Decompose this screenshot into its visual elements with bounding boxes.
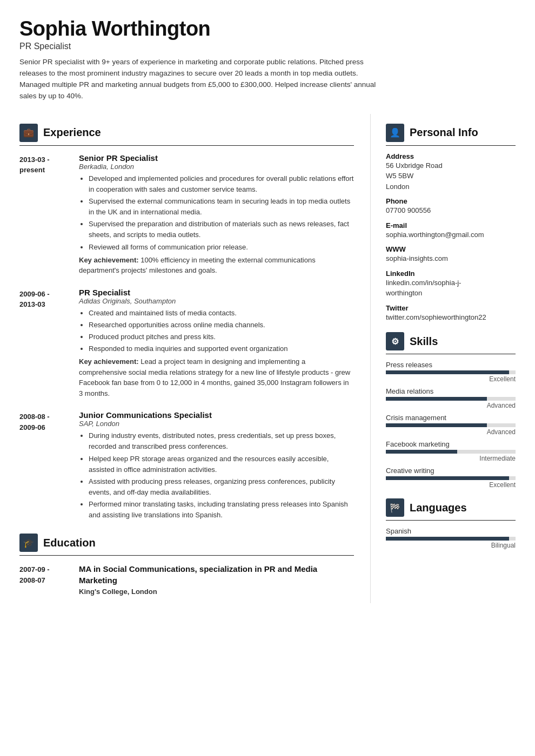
- bullet: During industry events, distributed note…: [89, 430, 354, 452]
- skill-item-3: Facebook marketing Intermediate: [386, 440, 516, 462]
- candidate-summary: Senior PR specialist with 9+ years of ex…: [19, 57, 376, 102]
- bullet: Researched opportunities across online m…: [89, 320, 354, 330]
- bullet: Responded to media inquiries and support…: [89, 343, 354, 354]
- lang-fill-0: [386, 537, 509, 541]
- exp-entry-3: 2008-08 - 2009-06 Junior Communications …: [19, 410, 354, 522]
- skill-fill-4: [386, 476, 509, 480]
- bullet: Supervised the external communications t…: [89, 196, 354, 218]
- exp-content-2: PR Specialist Adidas Originals, Southamp…: [79, 288, 354, 399]
- experience-section-title: 💼 Experience: [19, 124, 354, 142]
- candidate-title: PR Specialist: [19, 42, 516, 51]
- edu-content-1: MA in Social Communications, specializat…: [79, 563, 354, 596]
- linkedin-value: linkedin.com/in/sophia-j-worthington: [386, 278, 516, 299]
- edu-dates-1: 2007-09 - 2008-07: [19, 563, 79, 596]
- skills-icon: ⚙: [386, 332, 404, 350]
- bullet: Reviewed all forms of communication prio…: [89, 242, 354, 253]
- skill-bar-2: [386, 423, 516, 427]
- right-column: 👤 Personal Info Address 56 Uxbridge Road…: [371, 114, 516, 604]
- bullet: Produced product pitches and press kits.: [89, 332, 354, 342]
- bullet: Developed and implemented policies and p…: [89, 173, 354, 195]
- lang-bar-0: [386, 537, 516, 541]
- skill-fill-3: [386, 450, 457, 454]
- languages-icon: 🏁: [386, 498, 404, 517]
- skill-item-2: Crisis management Advanced: [386, 414, 516, 436]
- exp-bullets-3: During industry events, distributed note…: [79, 430, 354, 521]
- exp-achievement-1: Key achievement: 100% efficiency in meet…: [79, 255, 354, 276]
- skill-bar-1: [386, 397, 516, 401]
- experience-section: 💼 Experience 2013-03 - present Senior PR…: [19, 124, 354, 522]
- exp-bullets-1: Developed and implemented policies and p…: [79, 173, 354, 253]
- resume-header: Sophia Worthington PR Specialist Senior …: [19, 17, 516, 102]
- lang-item-0: Spanish Bilingual: [386, 527, 516, 549]
- skill-item-4: Creative writing Excellent: [386, 467, 516, 489]
- skills-section-title: ⚙ Skills: [386, 332, 516, 350]
- exp-content-3: Junior Communications Specialist SAP, Lo…: [79, 410, 354, 522]
- education-section-title: 🎓 Education: [19, 534, 354, 552]
- exp-achievement-2: Key achievement: Lead a project team in …: [79, 356, 354, 399]
- exp-bullets-2: Created and maintained lists of media co…: [79, 308, 354, 355]
- skill-fill-0: [386, 370, 509, 374]
- skill-item-1: Media relations Advanced: [386, 387, 516, 409]
- exp-dates-1: 2013-03 - present: [19, 153, 79, 276]
- skill-fill-2: [386, 423, 487, 427]
- bullet: Assisted with producing press releases, …: [89, 476, 354, 498]
- personal-info-title: 👤 Personal Info: [386, 124, 516, 142]
- exp-entry-2: 2009-06 - 2013-03 PR Specialist Adidas O…: [19, 288, 354, 399]
- exp-entry-1: 2013-03 - present Senior PR Specialist B…: [19, 153, 354, 276]
- skill-bar-4: [386, 476, 516, 480]
- bullet: Helped keep PR storage areas organized a…: [89, 454, 354, 475]
- bullet: Supervised the preparation and distribut…: [89, 219, 354, 240]
- skill-fill-1: [386, 397, 487, 401]
- personal-info-section: 👤 Personal Info Address 56 Uxbridge Road…: [386, 124, 516, 323]
- left-column: 💼 Experience 2013-03 - present Senior PR…: [19, 114, 371, 604]
- skill-item-0: Press releases Excellent: [386, 361, 516, 383]
- languages-section-title: 🏁 Languages: [386, 498, 516, 517]
- bullet: Performed minor translating tasks, inclu…: [89, 499, 354, 521]
- bullet: Created and maintained lists of media co…: [89, 308, 354, 319]
- exp-dates-2: 2009-06 - 2013-03: [19, 288, 79, 399]
- languages-section: 🏁 Languages Spanish Bilingual: [386, 498, 516, 549]
- exp-content-1: Senior PR Specialist Berkadia, London De…: [79, 153, 354, 276]
- skill-bar-0: [386, 370, 516, 374]
- skill-bar-3: [386, 450, 516, 454]
- education-section: 🎓 Education 2007-09 - 2008-07 MA in Soci…: [19, 534, 354, 596]
- main-layout: 💼 Experience 2013-03 - present Senior PR…: [19, 114, 516, 604]
- education-icon: 🎓: [19, 534, 38, 552]
- skills-section: ⚙ Skills Press releases Excellent Media …: [386, 332, 516, 489]
- experience-icon: 💼: [19, 124, 38, 142]
- address-value: 56 Uxbridge RoadW5 5BWLondon: [386, 160, 516, 192]
- edu-entry-1: 2007-09 - 2008-07 MA in Social Communica…: [19, 563, 354, 596]
- candidate-name: Sophia Worthington: [19, 17, 516, 40]
- personal-info-icon: 👤: [386, 124, 404, 142]
- exp-dates-3: 2008-08 - 2009-06: [19, 410, 79, 522]
- resume-page: Sophia Worthington PR Specialist Senior …: [0, 0, 535, 620]
